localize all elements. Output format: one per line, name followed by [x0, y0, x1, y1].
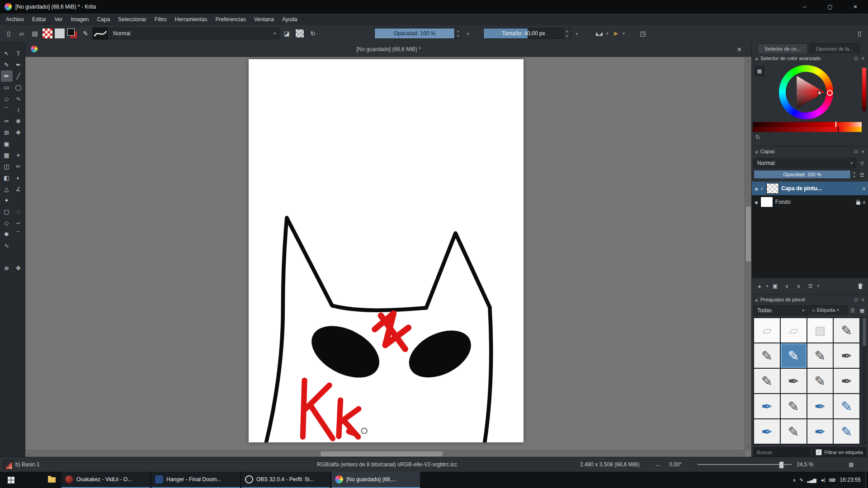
taskbar-task[interactable]: [No guardado] (68,...: [331, 472, 420, 488]
close-button[interactable]: [843, 0, 868, 14]
preset-menu-icon[interactable]: [849, 305, 857, 315]
spin-up-icon[interactable]: [455, 28, 462, 33]
layer-blend-mode-dropdown[interactable]: Normal: [754, 158, 856, 168]
layer-name[interactable]: Fondo: [775, 199, 791, 205]
gradient-tool[interactable]: ▦: [1, 150, 13, 161]
eraser-mode-icon[interactable]: [281, 28, 292, 39]
menu-item[interactable]: Archivo: [2, 14, 28, 25]
add-layer-chevron[interactable]: [766, 284, 769, 288]
gradient-swatch[interactable]: [42, 28, 53, 39]
volume-icon[interactable]: ◄): [820, 478, 825, 483]
tab-color-selector[interactable]: Selector de co...: [757, 43, 808, 53]
scroll-left-icon[interactable]: [25, 450, 32, 457]
opacity-options-chevron[interactable]: [462, 28, 474, 40]
duplicate-layer-button[interactable]: [770, 281, 780, 291]
spin-down-icon[interactable]: [851, 174, 858, 178]
tag-selector[interactable]: Etiqueta: [809, 305, 847, 314]
close-docker-icon[interactable]: [861, 149, 865, 154]
enclose-and-fill-tool[interactable]: ◐: [13, 172, 24, 183]
show-desktop-button[interactable]: [865, 472, 868, 488]
vertical-scrollbar[interactable]: [745, 57, 752, 450]
close-docker-icon[interactable]: [861, 297, 865, 302]
smart-patch-tool[interactable]: ✂: [13, 161, 24, 172]
assistants-tool[interactable]: △: [1, 183, 13, 195]
layer-filter-icon[interactable]: [858, 158, 866, 168]
move-tool[interactable]: ✥: [13, 127, 24, 138]
layer-options-icon[interactable]: [858, 170, 866, 180]
color-history-bar[interactable]: [753, 122, 862, 127]
preset-pencil-soft[interactable]: ✎: [754, 369, 780, 393]
keyboard-tray-icon[interactable]: ⌨: [829, 478, 835, 483]
layer-opacity-spinner[interactable]: [851, 170, 858, 179]
menu-item[interactable]: Herramientas: [170, 14, 211, 25]
zoom-tool[interactable]: ⊕: [1, 263, 13, 274]
layer-name[interactable]: Capa de pintu...: [781, 185, 821, 192]
brush-size-slider[interactable]: Tamaño: 40,00 px: [483, 28, 564, 39]
preset-filter-dropdown[interactable]: Todas: [754, 305, 808, 315]
menu-item[interactable]: Filtro: [151, 14, 171, 25]
horizontal-scrollbar[interactable]: [25, 450, 745, 457]
preset-pen-brush[interactable]: ✎: [834, 394, 859, 418]
canvas-page[interactable]: [249, 59, 524, 442]
spin-up-icon[interactable]: [564, 28, 571, 33]
float-docker-icon[interactable]: [854, 56, 858, 61]
maximize-button[interactable]: [817, 0, 843, 14]
preset-pencil-hb[interactable]: ✎: [781, 343, 807, 368]
refresh-colors-icon[interactable]: [755, 134, 760, 141]
rectangular-selection-tool[interactable]: ▢: [1, 206, 13, 217]
line-tool[interactable]: ╱: [13, 70, 24, 82]
color-selector-settings-icon[interactable]: [755, 66, 764, 76]
preset-pencil[interactable]: ✎: [834, 318, 859, 343]
text-tool[interactable]: T: [13, 48, 24, 59]
checkbox-checked-icon[interactable]: [816, 449, 822, 455]
hidden-icons-chevron[interactable]: ∧: [793, 478, 795, 483]
mirror-horizontal-icon[interactable]: [593, 28, 605, 39]
preset-view-mode-icon[interactable]: [858, 305, 866, 315]
scroll-down-icon[interactable]: [745, 444, 752, 450]
taskbar-task[interactable]: Hanger - Final Doom...: [151, 472, 240, 488]
ellipse-tool[interactable]: ◯: [13, 82, 24, 93]
delete-layer-button[interactable]: [855, 281, 865, 291]
scroll-right-icon[interactable]: [738, 450, 745, 457]
freehand-brush-tool[interactable]: ✏: [1, 70, 13, 82]
layer-thumbnail[interactable]: [760, 197, 773, 207]
preset-eraser[interactable]: ▱: [754, 318, 780, 343]
reference-images-tool[interactable]: ✦: [1, 195, 13, 206]
menu-item[interactable]: Editar: [28, 14, 50, 25]
taskbar-task[interactable]: Osakakez - VidLii - O...: [61, 472, 150, 488]
pattern-editing-tool[interactable]: ◫: [1, 161, 13, 172]
start-button[interactable]: [0, 472, 22, 488]
preset-scrollbar-thumb[interactable]: [863, 318, 866, 346]
mirror-vertical-icon[interactable]: [610, 28, 622, 39]
select-shapes-tool[interactable]: ↖: [1, 48, 13, 59]
preset-pen-dark[interactable]: ✒: [807, 419, 833, 444]
bezier-curve-tool[interactable]: ⌒: [1, 104, 13, 116]
layer-properties-button[interactable]: [806, 281, 816, 291]
canvas-viewport[interactable]: [25, 57, 752, 457]
transform-tool[interactable]: ⊞: [1, 127, 13, 138]
preset-search-input[interactable]: [754, 447, 811, 457]
new-document-icon[interactable]: [3, 28, 14, 39]
rotation-icon[interactable]: [655, 457, 660, 472]
polyline-tool[interactable]: ∿: [13, 93, 24, 104]
preset-ink-pen[interactable]: ✒: [834, 343, 859, 368]
layer-visibility-icon[interactable]: [755, 199, 758, 205]
menu-item[interactable]: Seleccionar: [114, 14, 151, 25]
layer-row[interactable]: Fondo: [752, 195, 868, 209]
color-wheel[interactable]: [779, 65, 833, 119]
vertical-scrollbar-thumb[interactable]: [746, 206, 751, 262]
pattern-swatch[interactable]: [54, 28, 65, 39]
preset-ballpoint[interactable]: ✒: [807, 394, 833, 418]
preset-marker[interactable]: ✎: [781, 394, 807, 418]
spin-up-icon[interactable]: [851, 170, 858, 174]
close-docker-icon[interactable]: [861, 56, 865, 61]
menu-item[interactable]: Ventana: [250, 14, 278, 25]
color-sampler-tool[interactable]: ⌖: [13, 150, 24, 161]
opacity-slider[interactable]: Opacidad: 100 %: [374, 28, 455, 39]
preset-pencil-tilt[interactable]: ✎: [781, 419, 807, 444]
edit-brush-settings-icon[interactable]: [80, 28, 91, 39]
bezier-selection-tool[interactable]: ⌒: [13, 229, 24, 240]
taskbar-task[interactable]: OBS 32.0.4 - Perfil: Si...: [241, 472, 330, 488]
similar-color-selection-tool[interactable]: ✱: [1, 229, 13, 240]
mirror-horizontal-chevron[interactable]: [606, 31, 609, 36]
